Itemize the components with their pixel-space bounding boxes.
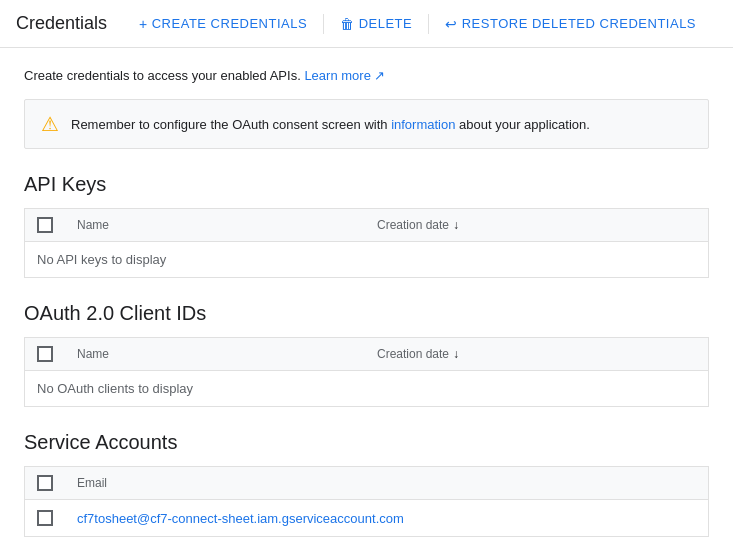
- restore-deleted-credentials-button[interactable]: ↩ RESTORE DELETED CREDENTIALS: [437, 10, 704, 38]
- restore-icon: ↩: [445, 16, 458, 32]
- service-accounts-title: Service Accounts: [24, 431, 709, 454]
- api-keys-title: API Keys: [24, 173, 709, 196]
- page-header: Credentials + CREATE CREDENTIALS 🗑 DELET…: [0, 0, 733, 48]
- create-credentials-button[interactable]: + CREATE CREDENTIALS: [131, 10, 315, 38]
- description-text: Create credentials to access your enable…: [24, 68, 709, 83]
- oauth-checkbox-header: [25, 338, 66, 371]
- warning-banner: ⚠ Remember to configure the OAuth consen…: [24, 99, 709, 149]
- sort-icon: ↓: [453, 218, 459, 232]
- learn-more-link[interactable]: Learn more ↗: [304, 68, 385, 83]
- sa-row-checkbox[interactable]: [37, 510, 53, 526]
- api-keys-name-header: Name: [65, 209, 365, 242]
- page-title: Credentials: [16, 13, 107, 34]
- plus-icon: +: [139, 16, 148, 32]
- table-row: cf7tosheet@cf7-connect-sheet.iam.gservic…: [25, 500, 709, 537]
- api-keys-table: Name Creation date ↓ No API keys to disp…: [24, 208, 709, 278]
- sa-row-checkbox-cell: [25, 500, 66, 537]
- sa-select-all-checkbox[interactable]: [37, 475, 53, 491]
- warning-icon: ⚠: [41, 112, 59, 136]
- sa-email-header: Email: [65, 467, 709, 500]
- oauth-clients-empty-row: No OAuth clients to display: [25, 371, 709, 407]
- divider: [428, 14, 429, 34]
- service-accounts-section: Service Accounts Email: [24, 431, 709, 537]
- delete-icon: 🗑: [340, 16, 355, 32]
- oauth-date-header: Creation date ↓: [365, 338, 709, 371]
- service-accounts-table-header: Email: [25, 467, 709, 500]
- divider: [323, 14, 324, 34]
- oauth-clients-table-header: Name Creation date ↓: [25, 338, 709, 371]
- sa-email-cell: cf7tosheet@cf7-connect-sheet.iam.gservic…: [65, 500, 709, 537]
- sa-checkbox-header: [25, 467, 66, 500]
- api-keys-section: API Keys Name Creation date ↓: [24, 173, 709, 278]
- api-keys-checkbox-header: [25, 209, 66, 242]
- main-content: Create credentials to access your enable…: [0, 48, 733, 556]
- api-keys-date-header: Creation date ↓: [365, 209, 709, 242]
- header-actions: + CREATE CREDENTIALS 🗑 DELETE ↩ RESTORE …: [131, 10, 704, 38]
- api-keys-select-all-checkbox[interactable]: [37, 217, 53, 233]
- service-accounts-table: Email cf7tosheet@cf7-connect-sheet.iam.g…: [24, 466, 709, 537]
- oauth-clients-table: Name Creation date ↓ No OAuth clients to…: [24, 337, 709, 407]
- oauth-clients-title: OAuth 2.0 Client IDs: [24, 302, 709, 325]
- oauth-clients-section: OAuth 2.0 Client IDs Name Creation date: [24, 302, 709, 407]
- api-keys-table-header: Name Creation date ↓: [25, 209, 709, 242]
- oauth-name-header: Name: [65, 338, 365, 371]
- warning-text: Remember to configure the OAuth consent …: [71, 117, 590, 132]
- oauth-sort-icon: ↓: [453, 347, 459, 361]
- service-account-email-link[interactable]: cf7tosheet@cf7-connect-sheet.iam.gservic…: [77, 511, 404, 526]
- api-keys-empty-row: No API keys to display: [25, 242, 709, 278]
- delete-button[interactable]: 🗑 DELETE: [332, 10, 420, 38]
- oauth-consent-link[interactable]: information: [391, 117, 459, 132]
- oauth-select-all-checkbox[interactable]: [37, 346, 53, 362]
